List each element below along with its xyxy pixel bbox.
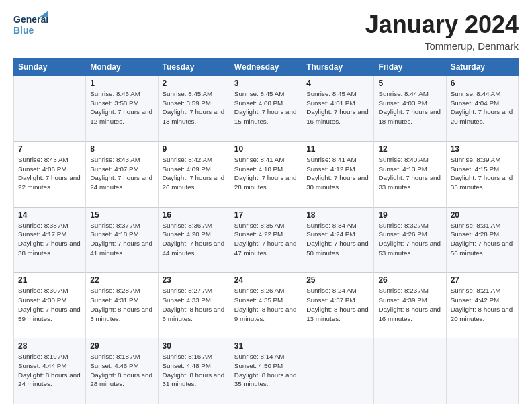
table-cell: 29Sunrise: 8:18 AMSunset: 4:46 PMDayligh… (86, 338, 158, 404)
table-cell: 14Sunrise: 8:38 AMSunset: 4:17 PMDayligh… (14, 207, 86, 273)
table-cell: 4Sunrise: 8:45 AMSunset: 4:01 PMDaylight… (302, 76, 374, 142)
table-cell: 2Sunrise: 8:45 AMSunset: 3:59 PMDaylight… (158, 76, 230, 142)
col-sunday: Sunday (14, 59, 86, 76)
day-info: Sunrise: 8:37 AMSunset: 4:18 PMDaylight:… (90, 221, 153, 258)
day-info: Sunrise: 8:21 AMSunset: 4:42 PMDaylight:… (451, 286, 514, 323)
table-cell: 25Sunrise: 8:24 AMSunset: 4:37 PMDayligh… (302, 273, 374, 338)
day-number: 14 (18, 210, 81, 220)
table-cell (374, 338, 446, 404)
day-number: 5 (378, 79, 441, 88)
logo: General Blue (13, 11, 48, 39)
col-friday: Friday (374, 59, 446, 76)
day-info: Sunrise: 8:31 AMSunset: 4:28 PMDaylight:… (451, 221, 514, 258)
day-number: 23 (163, 275, 226, 285)
day-number: 3 (234, 79, 298, 88)
col-thursday: Thursday (302, 59, 374, 76)
day-number: 17 (234, 210, 298, 220)
day-info: Sunrise: 8:24 AMSunset: 4:37 PMDaylight:… (306, 286, 369, 323)
day-number: 9 (163, 144, 226, 154)
day-info: Sunrise: 8:18 AMSunset: 4:46 PMDaylight:… (90, 352, 153, 389)
table-cell: 16Sunrise: 8:36 AMSunset: 4:20 PMDayligh… (158, 207, 230, 273)
day-number: 4 (306, 79, 369, 88)
table-cell: 13Sunrise: 8:39 AMSunset: 4:15 PMDayligh… (446, 141, 518, 207)
day-info: Sunrise: 8:23 AMSunset: 4:39 PMDaylight:… (378, 286, 441, 323)
day-number: 10 (234, 144, 298, 154)
col-monday: Monday (86, 59, 158, 76)
table-cell: 10Sunrise: 8:41 AMSunset: 4:10 PMDayligh… (230, 141, 302, 207)
day-number: 26 (378, 275, 441, 285)
day-info: Sunrise: 8:41 AMSunset: 4:12 PMDaylight:… (306, 155, 369, 192)
day-number: 31 (234, 341, 298, 351)
day-number: 15 (90, 210, 153, 220)
calendar-subtitle: Tommerup, Denmark (365, 40, 519, 52)
day-number: 16 (163, 210, 226, 220)
table-cell: 11Sunrise: 8:41 AMSunset: 4:12 PMDayligh… (302, 141, 374, 207)
day-info: Sunrise: 8:44 AMSunset: 4:03 PMDaylight:… (378, 89, 441, 126)
day-info: Sunrise: 8:34 AMSunset: 4:24 PMDaylight:… (306, 221, 369, 258)
day-info: Sunrise: 8:30 AMSunset: 4:30 PMDaylight:… (18, 286, 81, 323)
header: General Blue January 2024 Tommerup, Denm… (13, 11, 519, 52)
day-number: 20 (451, 210, 514, 220)
day-info: Sunrise: 8:27 AMSunset: 4:33 PMDaylight:… (163, 286, 226, 323)
day-number: 24 (234, 275, 298, 285)
day-info: Sunrise: 8:32 AMSunset: 4:26 PMDaylight:… (378, 221, 441, 258)
day-info: Sunrise: 8:43 AMSunset: 4:07 PMDaylight:… (90, 155, 153, 192)
table-cell: 20Sunrise: 8:31 AMSunset: 4:28 PMDayligh… (446, 207, 518, 273)
day-number: 7 (18, 144, 81, 154)
table-row: 1Sunrise: 8:46 AMSunset: 3:58 PMDaylight… (14, 76, 519, 142)
table-cell: 24Sunrise: 8:26 AMSunset: 4:35 PMDayligh… (230, 273, 302, 338)
table-cell (302, 338, 374, 404)
logo-icon: General Blue (13, 11, 48, 39)
day-info: Sunrise: 8:14 AMSunset: 4:50 PMDaylight:… (234, 352, 298, 389)
day-info: Sunrise: 8:46 AMSunset: 3:58 PMDaylight:… (90, 89, 153, 126)
day-info: Sunrise: 8:45 AMSunset: 4:01 PMDaylight:… (306, 89, 369, 126)
day-info: Sunrise: 8:41 AMSunset: 4:10 PMDaylight:… (234, 155, 298, 192)
day-number: 30 (163, 341, 226, 351)
col-saturday: Saturday (446, 59, 518, 76)
day-number: 21 (18, 275, 81, 285)
day-info: Sunrise: 8:43 AMSunset: 4:06 PMDaylight:… (18, 155, 81, 192)
col-wednesday: Wednesday (230, 59, 302, 76)
table-cell: 12Sunrise: 8:40 AMSunset: 4:13 PMDayligh… (374, 141, 446, 207)
table-cell: 8Sunrise: 8:43 AMSunset: 4:07 PMDaylight… (86, 141, 158, 207)
table-cell (446, 338, 518, 404)
table-row: 14Sunrise: 8:38 AMSunset: 4:17 PMDayligh… (14, 207, 519, 273)
table-cell (14, 76, 86, 142)
day-info: Sunrise: 8:26 AMSunset: 4:35 PMDaylight:… (234, 286, 298, 323)
table-cell: 31Sunrise: 8:14 AMSunset: 4:50 PMDayligh… (230, 338, 302, 404)
table-cell: 6Sunrise: 8:44 AMSunset: 4:04 PMDaylight… (446, 76, 518, 142)
day-number: 8 (90, 144, 153, 154)
table-row: 28Sunrise: 8:19 AMSunset: 4:44 PMDayligh… (14, 338, 519, 404)
table-cell: 17Sunrise: 8:35 AMSunset: 4:22 PMDayligh… (230, 207, 302, 273)
table-cell: 5Sunrise: 8:44 AMSunset: 4:03 PMDaylight… (374, 76, 446, 142)
day-info: Sunrise: 8:38 AMSunset: 4:17 PMDaylight:… (18, 221, 81, 258)
calendar-table: Sunday Monday Tuesday Wednesday Thursday… (13, 58, 519, 404)
col-tuesday: Tuesday (158, 59, 230, 76)
table-cell: 19Sunrise: 8:32 AMSunset: 4:26 PMDayligh… (374, 207, 446, 273)
day-info: Sunrise: 8:16 AMSunset: 4:48 PMDaylight:… (163, 352, 226, 389)
day-number: 25 (306, 275, 369, 285)
calendar-page: General Blue January 2024 Tommerup, Denm… (0, 0, 532, 411)
table-cell: 27Sunrise: 8:21 AMSunset: 4:42 PMDayligh… (446, 273, 518, 338)
day-number: 29 (90, 341, 153, 351)
table-cell: 23Sunrise: 8:27 AMSunset: 4:33 PMDayligh… (158, 273, 230, 338)
table-cell: 22Sunrise: 8:28 AMSunset: 4:31 PMDayligh… (86, 273, 158, 338)
table-cell: 9Sunrise: 8:42 AMSunset: 4:09 PMDaylight… (158, 141, 230, 207)
table-cell: 28Sunrise: 8:19 AMSunset: 4:44 PMDayligh… (14, 338, 86, 404)
table-cell: 7Sunrise: 8:43 AMSunset: 4:06 PMDaylight… (14, 141, 86, 207)
day-number: 1 (90, 79, 153, 88)
day-info: Sunrise: 8:28 AMSunset: 4:31 PMDaylight:… (90, 286, 153, 323)
calendar-title: January 2024 (365, 11, 519, 39)
day-info: Sunrise: 8:35 AMSunset: 4:22 PMDaylight:… (234, 221, 298, 258)
day-info: Sunrise: 8:45 AMSunset: 3:59 PMDaylight:… (163, 89, 226, 126)
table-cell: 3Sunrise: 8:45 AMSunset: 4:00 PMDaylight… (230, 76, 302, 142)
title-block: January 2024 Tommerup, Denmark (365, 11, 519, 52)
day-number: 6 (451, 79, 514, 88)
svg-text:Blue: Blue (13, 25, 34, 36)
day-number: 13 (451, 144, 514, 154)
day-number: 19 (378, 210, 441, 220)
table-row: 7Sunrise: 8:43 AMSunset: 4:06 PMDaylight… (14, 141, 519, 207)
day-info: Sunrise: 8:44 AMSunset: 4:04 PMDaylight:… (451, 89, 514, 126)
day-number: 28 (18, 341, 81, 351)
day-number: 27 (451, 275, 514, 285)
